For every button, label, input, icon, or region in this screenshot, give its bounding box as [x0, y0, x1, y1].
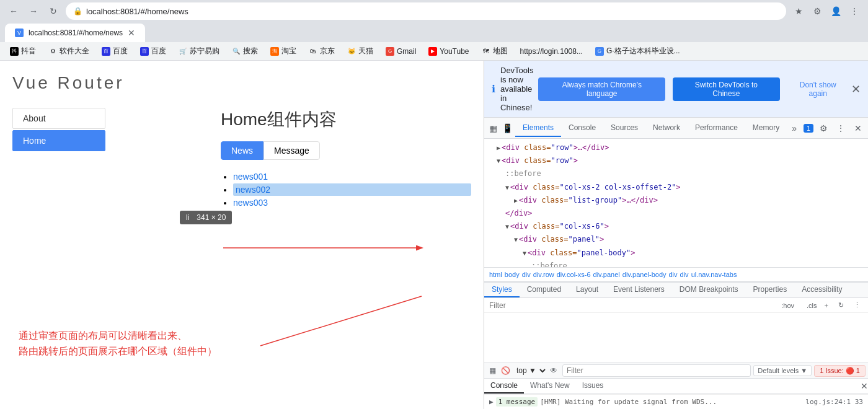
refresh-style-button[interactable]: ↻: [836, 300, 846, 310]
dom-line[interactable]: ▼<div class="panel">: [484, 233, 868, 246]
add-style-button[interactable]: +: [822, 301, 831, 310]
match-language-button[interactable]: Always match Chrome's language: [538, 77, 665, 101]
more-icon[interactable]: ⋮: [846, 2, 863, 20]
notification-close-button[interactable]: ✕: [851, 82, 861, 96]
bookmark-search[interactable]: 🔍 搜索: [227, 45, 263, 58]
main-layout: Vue Router About Home Home组件内容 News Mess…: [0, 61, 868, 409]
bookmark-1008[interactable]: https://login.1008...: [515, 46, 588, 57]
profile-icon[interactable]: 👤: [827, 2, 844, 20]
nav-about[interactable]: About: [12, 108, 105, 129]
more-styles-button[interactable]: ⋮: [851, 300, 863, 310]
eye-icon[interactable]: 👁: [547, 366, 560, 375]
tab-console[interactable]: Console: [561, 120, 603, 137]
breadcrumb-divrow[interactable]: div.row: [533, 271, 554, 278]
breadcrumb-ulnavtabs[interactable]: ul.nav.nav-tabs: [691, 271, 737, 278]
tab-elements[interactable]: Elements: [515, 120, 561, 137]
dom-line[interactable]: ▼<div class="col-xs-2 col-xs-offset-2">: [484, 181, 868, 194]
address-bar[interactable]: 🔒 localhost:8081/#/home/news: [66, 2, 786, 20]
console-tab-whatsnew[interactable]: What's New: [524, 379, 576, 394]
breadcrumb-div2[interactable]: div: [669, 271, 678, 278]
tab-sources[interactable]: Sources: [603, 120, 645, 137]
tab-more[interactable]: »: [787, 121, 802, 136]
cls-button[interactable]: .cls: [807, 302, 817, 309]
extensions-icon[interactable]: ⚙: [808, 2, 826, 20]
more-icon[interactable]: ⋮: [833, 121, 848, 136]
forward-button[interactable]: →: [25, 2, 42, 20]
tab-title: localhost:8081/#/home/news: [29, 29, 123, 37]
tab-close-icon[interactable]: ✕: [128, 28, 135, 38]
hov-button[interactable]: :hov: [781, 302, 794, 309]
bookmark-icon[interactable]: ★: [790, 2, 807, 20]
back-button[interactable]: ←: [5, 2, 22, 20]
bookmark-gezi[interactable]: G G·格子达本科毕业设...: [590, 45, 685, 58]
tab-memory[interactable]: Memory: [745, 120, 787, 137]
console-close-button[interactable]: ✕: [861, 381, 868, 391]
tab-layout[interactable]: Layout: [569, 283, 606, 297]
breadcrumb-div[interactable]: div: [522, 271, 531, 278]
console-filter-input[interactable]: [562, 364, 751, 377]
bookmark-tianmao[interactable]: 🐱 天猫: [342, 45, 378, 58]
tab-dom-breakpoints[interactable]: DOM Breakpoints: [672, 283, 746, 297]
news-link[interactable]: news001: [233, 172, 268, 182]
console-inspect-icon[interactable]: ▦: [487, 366, 498, 375]
dom-line[interactable]: ▼<div class="row">: [484, 154, 868, 167]
bookmark-jd[interactable]: 🛍 京东: [304, 45, 340, 58]
console-block-icon[interactable]: 🚫: [498, 366, 513, 375]
breadcrumb-div3[interactable]: div: [680, 271, 689, 278]
bookmark-youtube[interactable]: ▶ YouTube: [423, 46, 474, 57]
tab-network[interactable]: Network: [645, 120, 688, 137]
bookmark-baidu1[interactable]: 百 百度: [97, 45, 133, 58]
bookmark-gmail[interactable]: G Gmail: [381, 46, 421, 57]
bookmark-maps[interactable]: 🗺 地图: [477, 45, 513, 58]
dom-line[interactable]: ▼<div class="panel-body">: [484, 247, 868, 260]
message-count: 1 message: [496, 397, 538, 407]
tab-event-listeners[interactable]: Event Listeners: [606, 283, 672, 297]
tab-message[interactable]: Message: [264, 141, 320, 160]
bookmarks-bar: 抖 抖音 ⚙ 软件大全 百 百度 百 百度 🛒 苏宁易购 🔍 搜索 淘 淘宝 🛍: [0, 42, 868, 61]
bookmark-suning[interactable]: 🛒 苏宁易购: [174, 45, 224, 58]
devtools-device-icon[interactable]: 📱: [500, 123, 515, 133]
dont-show-again-button[interactable]: Don't show again: [790, 81, 846, 98]
dom-line[interactable]: ▶<div class="row">…</div>: [484, 141, 868, 154]
bookmark-icon: ⚙: [48, 47, 57, 56]
issue-badge[interactable]: 1 Issue: 🔴 1: [814, 365, 866, 377]
breadcrumb-divpanelbody[interactable]: div.panel-body: [622, 271, 666, 278]
breadcrumb-html[interactable]: html: [489, 271, 502, 278]
lock-icon: 🔒: [73, 7, 82, 15]
bookmark-taobao[interactable]: 淘 淘宝: [265, 45, 301, 58]
home-content: Home组件内容 News Message li 341 × 20 news00…: [221, 108, 471, 209]
switch-chinese-button[interactable]: Switch DevTools to Chinese: [673, 77, 779, 101]
settings-icon[interactable]: ⚙: [816, 121, 831, 136]
bookmark-baidu2[interactable]: 百 百度: [135, 45, 171, 58]
tab-accessibility[interactable]: Accessibility: [794, 283, 849, 297]
tab-news[interactable]: News: [221, 141, 264, 160]
dom-line[interactable]: ▶<div class="list-group">…</div>: [484, 194, 868, 207]
dom-line[interactable]: ::before: [484, 260, 868, 267]
devtools-inspect-icon[interactable]: ▦: [487, 123, 500, 133]
browser-tab[interactable]: V localhost:8081/#/home/news ✕: [5, 24, 145, 42]
toolbar-icons: ★ ⚙ 👤 ⋮: [790, 2, 863, 20]
breadcrumb-divpanel[interactable]: div.panel: [593, 271, 620, 278]
dom-line[interactable]: </div>: [484, 207, 868, 220]
nav-home[interactable]: Home: [12, 130, 105, 151]
tab-performance[interactable]: Performance: [688, 120, 745, 137]
console-tab-issues[interactable]: Issues: [576, 379, 610, 394]
tab-properties[interactable]: Properties: [746, 283, 795, 297]
tab-computed[interactable]: Computed: [520, 283, 569, 297]
console-tab-console[interactable]: Console: [484, 379, 524, 394]
news-link-active[interactable]: news002: [236, 185, 270, 195]
close-devtools-button[interactable]: ✕: [851, 121, 866, 136]
tab-styles[interactable]: Styles: [484, 283, 520, 297]
styles-filter-input[interactable]: [489, 301, 776, 310]
console-top-select[interactable]: top ▼: [513, 363, 547, 378]
news-link[interactable]: news003: [233, 198, 268, 208]
default-levels[interactable]: Default levels ▼: [753, 365, 812, 376]
bookmark-ruanjian[interactable]: ⚙ 软件大全: [43, 45, 94, 58]
dom-line[interactable]: ::before: [484, 167, 868, 180]
dom-line[interactable]: ▼<div class="col-xs-6">: [484, 220, 868, 233]
breadcrumb-body[interactable]: body: [505, 271, 520, 278]
breadcrumb-divcolxs6[interactable]: div.col-xs-6: [557, 271, 591, 278]
reload-button[interactable]: ↻: [45, 2, 62, 20]
bookmark-douyin[interactable]: 抖 抖音: [5, 45, 41, 58]
list-item: news001: [233, 170, 471, 183]
